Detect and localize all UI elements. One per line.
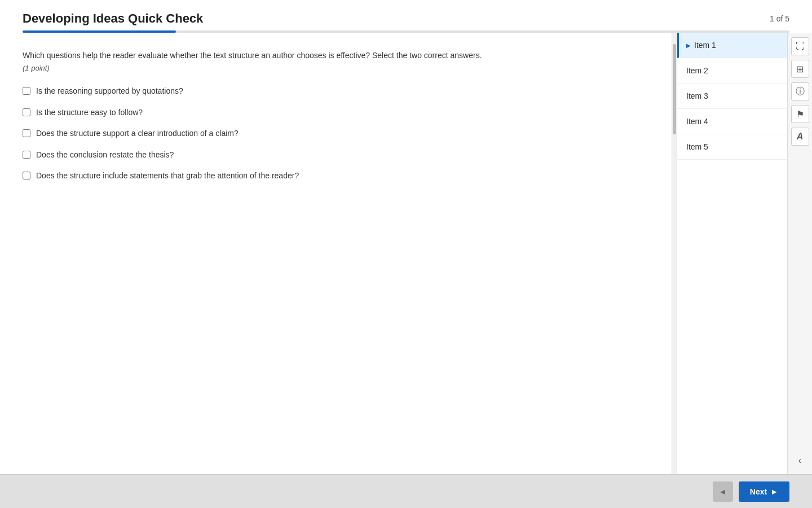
option-label-3[interactable]: Does the structure support a clear intro… <box>36 128 239 139</box>
scroll-track[interactable] <box>672 33 677 474</box>
progress-bar-fill <box>23 30 176 33</box>
option-label-2[interactable]: Is the structure easy to follow? <box>36 107 143 119</box>
sidebar-item-5[interactable]: Item 5 <box>677 134 787 160</box>
checkbox-4[interactable] <box>23 151 30 159</box>
next-button[interactable]: Next ► <box>739 481 789 502</box>
info-icon-btn[interactable]: ⓘ <box>791 82 809 100</box>
answer-option-3[interactable]: Does the structure support a clear intro… <box>23 128 649 139</box>
answer-option-2[interactable]: Is the structure easy to follow? <box>23 107 649 119</box>
text-size-icon: A <box>797 132 804 142</box>
option-label-4[interactable]: Does the conclusion restate the thesis? <box>36 150 174 161</box>
main-content: Which questions help the reader evaluate… <box>0 33 812 474</box>
option-label-1[interactable]: Is the reasoning supported by quotations… <box>36 86 183 97</box>
next-label: Next <box>750 487 767 496</box>
left-panel: Which questions help the reader evaluate… <box>0 33 672 474</box>
icon-toolbar: ⛶ ⊞ ⓘ ⚑ A ‹ <box>787 33 812 474</box>
sidebar-item-label-3: Item 3 <box>686 91 708 100</box>
right-sidebar: ▶Item 1Item 2Item 3Item 4Item 5 ⛶ ⊞ ⓘ ⚑ … <box>677 33 812 474</box>
sidebar-item-label-4: Item 4 <box>686 117 708 126</box>
checkbox-5[interactable] <box>23 172 30 179</box>
prev-arrow-icon: ◄ <box>719 487 727 496</box>
page-counter: 1 of 5 <box>770 14 789 23</box>
item-list: ▶Item 1Item 2Item 3Item 4Item 5 <box>677 33 787 474</box>
flag-icon: ⚑ <box>796 109 804 120</box>
answer-option-1[interactable]: Is the reasoning supported by quotations… <box>23 86 649 97</box>
footer: ◄ Next ► <box>0 474 812 508</box>
sidebar-item-4[interactable]: Item 4 <box>677 109 787 134</box>
text-icon-btn[interactable]: A <box>791 128 809 146</box>
expand-icon-btn[interactable]: ⛶ <box>791 37 809 55</box>
answer-option-4[interactable]: Does the conclusion restate the thesis? <box>23 150 649 161</box>
flag-icon-btn[interactable]: ⚑ <box>791 105 809 123</box>
active-arrow-icon: ▶ <box>686 42 691 49</box>
next-arrow-icon: ► <box>770 487 778 496</box>
header: Developing Ideas Quick Check 1 of 5 <box>0 0 812 26</box>
checkbox-1[interactable] <box>23 87 30 95</box>
sidebar-item-3[interactable]: Item 3 <box>677 84 787 109</box>
page-title: Developing Ideas Quick Check <box>23 11 203 26</box>
sidebar-item-2[interactable]: Item 2 <box>677 58 787 84</box>
grid-icon-btn[interactable]: ⊞ <box>791 60 809 78</box>
question-text: Which questions help the reader evaluate… <box>23 50 649 62</box>
sidebar-item-label-1: Item 1 <box>694 41 716 50</box>
sidebar-item-1[interactable]: ▶Item 1 <box>677 33 787 58</box>
info-icon: ⓘ <box>796 86 805 98</box>
sidebar-item-label-5: Item 5 <box>686 142 708 151</box>
grid-icon: ⊞ <box>796 64 804 75</box>
answer-option-5[interactable]: Does the structure include statements th… <box>23 170 649 182</box>
sidebar-item-label-2: Item 2 <box>686 66 708 75</box>
checkbox-2[interactable] <box>23 108 30 116</box>
chevron-left-icon: ‹ <box>798 456 801 466</box>
expand-icon: ⛶ <box>796 41 805 51</box>
question-points: (1 point) <box>23 64 649 72</box>
scroll-handle <box>673 44 676 134</box>
prev-button[interactable]: ◄ <box>713 481 733 502</box>
checkbox-3[interactable] <box>23 129 30 137</box>
options-container: Is the reasoning supported by quotations… <box>23 86 649 182</box>
option-label-5[interactable]: Does the structure include statements th… <box>36 170 299 182</box>
collapse-btn[interactable]: ‹ <box>791 452 809 470</box>
